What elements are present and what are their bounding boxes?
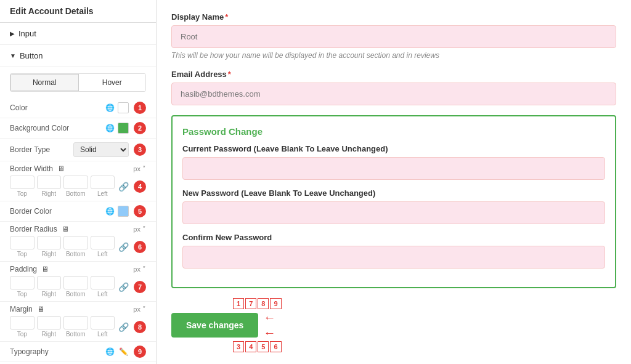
input-section-label: Input: [18, 29, 36, 38]
confirm-password-label: Confirm New Password: [182, 233, 605, 242]
border-radius-left-input[interactable]: 4: [91, 236, 115, 249]
arrow-up-icon: ←: [263, 310, 275, 325]
padding-top: 14 Top: [10, 276, 35, 297]
padding-left: 14 Left: [91, 276, 115, 297]
email-input[interactable]: [171, 83, 616, 105]
border-radius-header: Border Radius 🖥 px ˅: [0, 222, 156, 235]
save-button-row: Save changes ← ←: [171, 310, 280, 340]
color-controls: 🌐 1: [104, 102, 146, 114]
annotation-3: 3: [233, 341, 244, 352]
display-name-group: Display Name* This will be how your name…: [171, 12, 616, 60]
current-password-label: Current Password (Leave Blank To Leave U…: [182, 144, 605, 153]
left-panel: Edit Account Details ▶ Input ▼ Button No…: [0, 0, 157, 364]
right-panel: Display Name* This will be how your name…: [157, 0, 631, 364]
badge-2: 2: [134, 122, 146, 134]
email-label: Email Address*: [171, 70, 616, 79]
padding-bottom-input[interactable]: 14: [63, 276, 88, 289]
padding-values: 14 Top 14 Right 14 Bottom 14 Left 🔗 7: [0, 275, 156, 302]
badge-1: 1: [134, 102, 146, 114]
bg-color-controls: 🌐 2: [104, 122, 146, 134]
padding-label: Padding 🖥: [10, 265, 49, 273]
typography-label: Typography: [10, 347, 104, 356]
globe-icon-border-color[interactable]: 🌐: [104, 206, 115, 217]
border-type-select[interactable]: Solid Dashed Dotted None: [73, 142, 129, 157]
border-width-right-input[interactable]: 2: [37, 176, 62, 189]
save-area: 1 7 8 9 Save changes ← ← 3 4 5: [171, 298, 616, 352]
border-width-label: Border Width 🖥: [10, 164, 65, 173]
margin-bottom-input[interactable]: 0: [63, 316, 88, 330]
email-group: Email Address*: [171, 70, 616, 105]
button-section-header[interactable]: ▼ Button: [0, 45, 156, 67]
border-radius-top-input[interactable]: 4: [10, 236, 35, 249]
tab-normal[interactable]: Normal: [10, 74, 79, 91]
padding-right-input[interactable]: 14: [37, 276, 62, 289]
annotation-9: 9: [270, 298, 281, 309]
background-color-label: Background Color: [10, 124, 104, 132]
new-password-label: New Password (Leave Blank To Leave Uncha…: [182, 188, 605, 198]
border-color-swatch[interactable]: [118, 206, 129, 217]
button-section-label: Button: [20, 51, 43, 60]
border-radius-link-icon[interactable]: 🔗: [118, 242, 129, 252]
padding-link-icon[interactable]: 🔗: [118, 282, 129, 292]
background-color-row: Background Color 🌐 2: [0, 118, 156, 139]
padding-bottom: 14 Bottom: [63, 276, 88, 297]
badge-6: 6: [134, 241, 146, 253]
bg-color-swatch-green[interactable]: [118, 123, 129, 134]
border-radius-left: 4 Left: [91, 236, 115, 257]
border-width-top-input[interactable]: 2: [10, 176, 35, 189]
display-name-required: *: [225, 12, 228, 22]
input-section-header[interactable]: ▶ Input: [0, 23, 156, 45]
display-name-input[interactable]: [171, 25, 616, 48]
border-radius-right-input[interactable]: 4: [37, 236, 62, 249]
globe-icon-typography[interactable]: 🌐: [104, 346, 115, 357]
new-password-input[interactable]: [182, 201, 605, 224]
border-radius-values: 4 Top 4 Right 4 Bottom 4 Left 🔗 6: [0, 235, 156, 262]
border-width-link-icon[interactable]: 🔗: [118, 182, 129, 192]
margin-px: px ˅: [133, 305, 146, 313]
margin-top: 14 Top: [10, 316, 35, 338]
current-password-input[interactable]: [182, 157, 605, 180]
confirm-password-input[interactable]: [182, 246, 605, 269]
color-swatch-white[interactable]: [118, 102, 129, 113]
border-radius-px: px ˅: [133, 225, 146, 233]
margin-link-icon[interactable]: 🔗: [118, 322, 129, 332]
save-button-wrapper: 1 7 8 9 Save changes ← ← 3 4 5: [171, 298, 282, 352]
save-button[interactable]: Save changes: [171, 313, 258, 338]
badge-9: 9: [134, 346, 146, 358]
border-width-values: 2 Top 2 Right 2 Bottom 2 Left 🔗 4: [0, 174, 156, 201]
border-type-controls: Solid Dashed Dotted None 3: [73, 142, 146, 157]
border-width-left: 2 Left: [91, 176, 115, 197]
padding-header: Padding 🖥 px ˅: [0, 262, 156, 275]
margin-left-input[interactable]: 0: [91, 316, 115, 330]
pencil-icon-typography[interactable]: ✏️: [118, 346, 129, 357]
button-arrow-icon: ▼: [10, 52, 16, 59]
border-radius-bottom-input[interactable]: 4: [63, 236, 88, 249]
globe-icon-bg[interactable]: 🌐: [104, 123, 115, 134]
password-section-title: Password Change: [182, 126, 605, 137]
confirm-password-group: Confirm New Password: [182, 233, 605, 269]
border-type-label: Border Type: [10, 145, 73, 154]
border-radius-label: Border Radius 🖥: [10, 225, 69, 233]
globe-icon-color[interactable]: 🌐: [104, 102, 115, 113]
badge-3: 3: [134, 144, 146, 156]
annotation-7: 7: [245, 298, 256, 309]
margin-right-input[interactable]: 0: [37, 316, 62, 330]
padding-px: px ˅: [133, 265, 146, 273]
current-password-group: Current Password (Leave Blank To Leave U…: [182, 144, 605, 180]
border-width-bottom-input[interactable]: 2: [63, 176, 88, 189]
padding-left-input[interactable]: 14: [91, 276, 115, 289]
margin-header: Margin 🖥 px ˅: [0, 302, 156, 315]
annotation-5: 5: [258, 341, 269, 352]
border-color-row: Border Color 🌐 5: [0, 201, 156, 222]
annotation-6: 6: [270, 341, 281, 352]
arrow-down-icon: ←: [263, 326, 275, 340]
tab-hover[interactable]: Hover: [79, 74, 146, 91]
badge-7: 7: [134, 281, 146, 293]
margin-top-input[interactable]: 14: [10, 316, 35, 330]
padding-top-input[interactable]: 14: [10, 276, 35, 289]
email-required: *: [228, 70, 231, 79]
border-width-left-input[interactable]: 2: [91, 176, 115, 189]
new-password-group: New Password (Leave Blank To Leave Uncha…: [182, 188, 605, 224]
display-name-hint: This will be how your name will be displ…: [171, 51, 616, 60]
border-radius-bottom: 4 Bottom: [63, 236, 88, 257]
